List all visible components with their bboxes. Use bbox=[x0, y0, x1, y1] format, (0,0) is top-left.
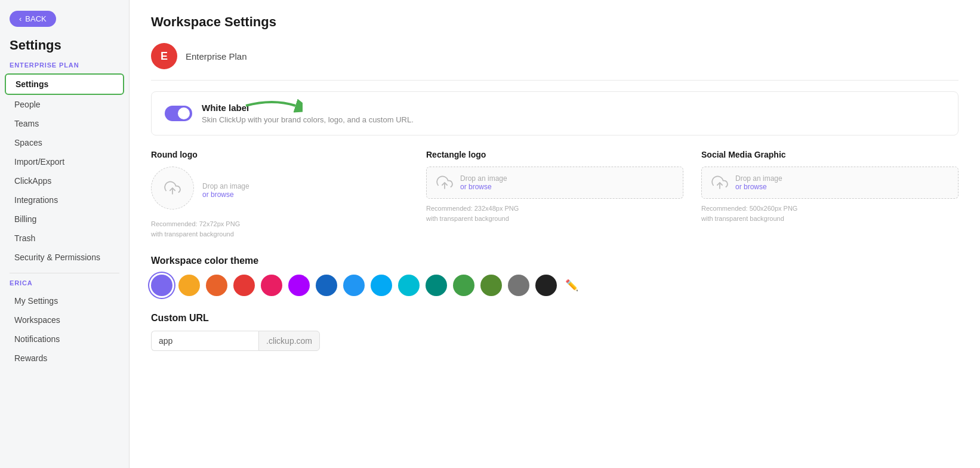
upload-icon-round bbox=[164, 180, 181, 196]
social-media-upload-text: Drop an image or browse bbox=[735, 174, 782, 191]
page-title: Workspace Settings bbox=[151, 14, 959, 30]
social-media-section: Social Media Graphic Drop an image or br… bbox=[701, 150, 959, 239]
color-theme-section: Workspace color theme ✏️ bbox=[151, 255, 959, 296]
custom-color-pencil-icon[interactable]: ✏️ bbox=[565, 279, 578, 292]
main-content: Workspace Settings E Enterprise Plan Whi… bbox=[130, 0, 980, 468]
color-swatch-light-blue[interactable] bbox=[371, 275, 392, 296]
color-swatch-orange[interactable] bbox=[178, 275, 200, 296]
custom-url-row: .clickup.com bbox=[151, 331, 959, 351]
color-swatch-purple[interactable] bbox=[151, 275, 172, 296]
color-swatch-blue[interactable] bbox=[343, 275, 365, 296]
sidebar-item-people[interactable]: People bbox=[5, 95, 124, 114]
custom-url-suffix: .clickup.com bbox=[258, 331, 320, 351]
upload-icon-social bbox=[711, 174, 728, 191]
color-swatch-teal[interactable] bbox=[426, 275, 447, 296]
upload-icon-rect bbox=[436, 174, 453, 191]
social-media-browse[interactable]: or browse bbox=[735, 183, 767, 191]
custom-url-title: Custom URL bbox=[151, 313, 959, 324]
social-media-recommendation: Recommended: 500x260px PNGwith transpare… bbox=[701, 204, 959, 223]
white-label-title: White label bbox=[202, 103, 414, 113]
color-swatch-pink[interactable] bbox=[261, 275, 282, 296]
erica-section-label: ERICA bbox=[0, 279, 129, 287]
round-logo-title: Round logo bbox=[151, 150, 408, 159]
round-logo-upload-area[interactable]: Drop an image or browse bbox=[151, 167, 408, 214]
white-label-toggle[interactable] bbox=[165, 106, 192, 121]
sidebar-item-import-export[interactable]: Import/Export bbox=[5, 152, 124, 171]
arrow-indicator bbox=[243, 93, 303, 121]
sidebar-item-settings[interactable]: Settings bbox=[5, 73, 124, 95]
sidebar-item-trash[interactable]: Trash bbox=[5, 229, 124, 248]
round-logo-upload-text: Drop an image or browse bbox=[202, 182, 249, 199]
sidebar-item-clickapps[interactable]: ClickApps bbox=[5, 171, 124, 190]
round-logo-browse[interactable]: or browse bbox=[202, 190, 234, 199]
color-swatch-dark-green[interactable] bbox=[480, 275, 502, 296]
color-theme-title: Workspace color theme bbox=[151, 255, 959, 266]
sidebar-item-teams[interactable]: Teams bbox=[5, 114, 124, 133]
plan-avatar: E bbox=[151, 43, 177, 69]
sidebar-divider bbox=[10, 273, 119, 273]
enterprise-section-label: ENTERPRISE PLAN bbox=[0, 61, 129, 69]
rectangle-logo-upload-text: Drop an image or browse bbox=[460, 174, 507, 191]
round-logo-dropzone[interactable] bbox=[151, 167, 194, 210]
rectangle-logo-section: Rectangle logo Drop an image or browse R… bbox=[426, 150, 683, 239]
white-label-desc: Skin ClickUp with your brand colors, log… bbox=[202, 115, 414, 124]
back-button[interactable]: ‹ BACK bbox=[10, 11, 56, 27]
sidebar-item-rewards[interactable]: Rewards bbox=[5, 349, 124, 368]
color-swatch-black[interactable] bbox=[535, 275, 557, 296]
color-swatch-deep-orange[interactable] bbox=[206, 275, 227, 296]
social-media-title: Social Media Graphic bbox=[701, 150, 959, 159]
custom-url-input[interactable] bbox=[151, 331, 258, 351]
rectangle-logo-recommendation: Recommended: 232x48px PNGwith transparen… bbox=[426, 204, 683, 223]
logo-sections: Round logo Drop an image or browse bbox=[151, 150, 959, 239]
color-swatch-dark-blue[interactable] bbox=[316, 275, 337, 296]
back-label: BACK bbox=[25, 14, 46, 23]
social-media-dropzone[interactable]: Drop an image or browse bbox=[701, 167, 959, 199]
sidebar-title: Settings bbox=[0, 38, 129, 53]
color-swatch-violet[interactable] bbox=[288, 275, 310, 296]
sidebar-item-spaces[interactable]: Spaces bbox=[5, 133, 124, 152]
rectangle-logo-dropzone[interactable]: Drop an image or browse bbox=[426, 167, 683, 199]
plan-row: E Enterprise Plan bbox=[151, 43, 959, 81]
sidebar-item-integrations[interactable]: Integrations bbox=[5, 190, 124, 210]
color-swatch-cyan[interactable] bbox=[398, 275, 420, 296]
plan-name: Enterprise Plan bbox=[186, 51, 247, 61]
color-swatch-green[interactable] bbox=[453, 275, 474, 296]
sidebar-item-workspaces[interactable]: Workspaces bbox=[5, 310, 124, 330]
sidebar: ‹ BACK Settings ENTERPRISE PLAN Settings… bbox=[0, 0, 130, 468]
custom-url-section: Custom URL .clickup.com bbox=[151, 313, 959, 351]
sidebar-item-notifications[interactable]: Notifications bbox=[5, 330, 124, 349]
sidebar-item-my-settings[interactable]: My Settings bbox=[5, 291, 124, 310]
rectangle-logo-browse[interactable]: or browse bbox=[460, 183, 492, 191]
white-label-text: White label Skin ClickUp with your brand… bbox=[202, 103, 414, 124]
sidebar-item-security[interactable]: Security & Permissions bbox=[5, 248, 124, 267]
round-logo-recommendation: Recommended: 72x72px PNGwith transparent… bbox=[151, 219, 408, 239]
round-logo-section: Round logo Drop an image or browse bbox=[151, 150, 408, 239]
color-swatch-gray[interactable] bbox=[508, 275, 529, 296]
color-swatch-red[interactable] bbox=[233, 275, 255, 296]
color-swatches: ✏️ bbox=[151, 275, 959, 296]
rectangle-logo-title: Rectangle logo bbox=[426, 150, 683, 159]
sidebar-item-billing[interactable]: Billing bbox=[5, 210, 124, 229]
